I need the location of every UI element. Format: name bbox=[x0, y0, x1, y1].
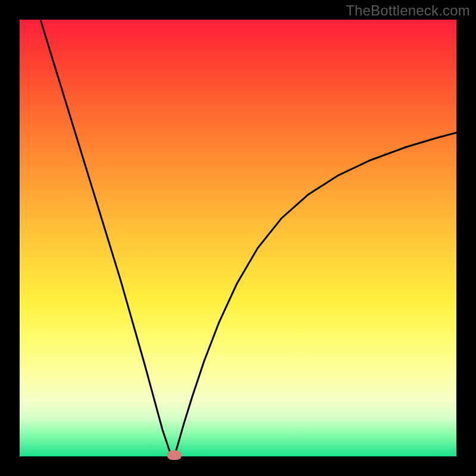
minimum-marker bbox=[167, 450, 181, 460]
watermark-text: TheBottleneck.com bbox=[346, 2, 470, 19]
curve-left-branch bbox=[40, 20, 174, 456]
chart-frame: TheBottleneck.com bbox=[0, 0, 476, 476]
bottleneck-curve bbox=[20, 20, 456, 456]
curve-right-branch bbox=[174, 133, 456, 456]
